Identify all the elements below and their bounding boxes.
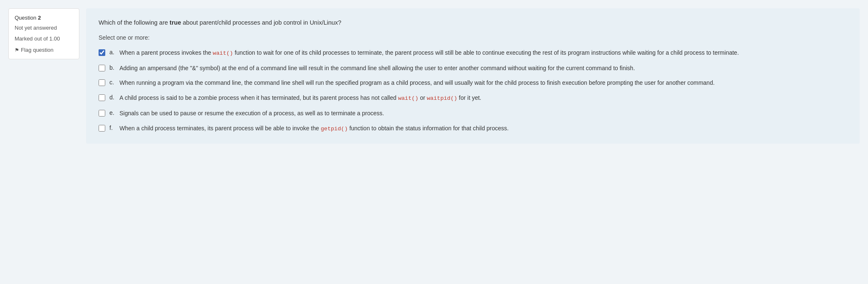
option-item-a: a. When a parent process invokes the wai… — [99, 48, 847, 58]
option-item-d: d. A child process is said to be a zombi… — [99, 94, 847, 103]
option-text-c: When running a program via the command l… — [119, 79, 847, 88]
option-letter-c: c. — [109, 79, 115, 86]
code-waitpid-d: waitpid() — [427, 95, 457, 101]
not-yet-answered-status: Not yet answered — [15, 24, 73, 32]
question-text: Which of the following are true about pa… — [99, 18, 847, 28]
option-item-c: c. When running a program via the comman… — [99, 79, 847, 88]
option-text-e: Signals can be used to pause or resume t… — [119, 109, 847, 118]
option-text-a: When a parent process invokes the wait()… — [119, 48, 847, 58]
option-item-f: f. When a child process terminates, its … — [99, 124, 847, 134]
marked-out-of-label: Marked out of 1.00 — [15, 35, 73, 43]
question-word: Question — [15, 15, 36, 21]
option-text-f: When a child process terminates, its par… — [119, 124, 847, 134]
option-checkbox-c[interactable] — [99, 79, 105, 86]
option-item-e: e. Signals can be used to pause or resum… — [99, 109, 847, 118]
main-content: Which of the following are true about pa… — [86, 8, 860, 144]
question-number: 2 — [38, 15, 41, 21]
question-suffix: about parent/child processes and job con… — [181, 19, 341, 26]
options-list: a. When a parent process invokes the wai… — [99, 48, 847, 134]
flag-question-button[interactable]: ⚑ Flag question — [15, 47, 73, 53]
question-bold: true — [170, 19, 181, 26]
flag-question-label: Flag question — [21, 47, 53, 53]
code-getpid-f: getpid() — [321, 126, 348, 132]
option-checkbox-d[interactable] — [99, 94, 105, 101]
option-letter-e: e. — [109, 109, 115, 116]
option-checkbox-e[interactable] — [99, 110, 105, 117]
code-wait-d: wait() — [398, 95, 419, 101]
option-checkbox-a[interactable] — [99, 49, 105, 56]
flag-icon: ⚑ — [15, 47, 19, 53]
select-prompt: Select one or more: — [99, 34, 847, 41]
option-text-b: Adding an ampersand (the "&" symbol) at … — [119, 64, 847, 73]
question-label: Question 2 — [15, 15, 73, 21]
question-prefix: Which of the following are — [99, 19, 170, 26]
code-wait-a: wait() — [213, 50, 233, 56]
option-item-b: b. Adding an ampersand (the "&" symbol) … — [99, 64, 847, 73]
option-checkbox-b[interactable] — [99, 65, 105, 71]
sidebar: Question 2 Not yet answered Marked out o… — [8, 8, 79, 59]
option-checkbox-f[interactable] — [99, 125, 105, 132]
question-container: Question 2 Not yet answered Marked out o… — [8, 8, 860, 144]
option-letter-d: d. — [109, 94, 115, 101]
option-text-d: A child process is said to be a zombie p… — [119, 94, 847, 103]
option-letter-b: b. — [109, 64, 115, 71]
option-letter-a: a. — [109, 49, 115, 56]
option-letter-f: f. — [109, 124, 115, 131]
